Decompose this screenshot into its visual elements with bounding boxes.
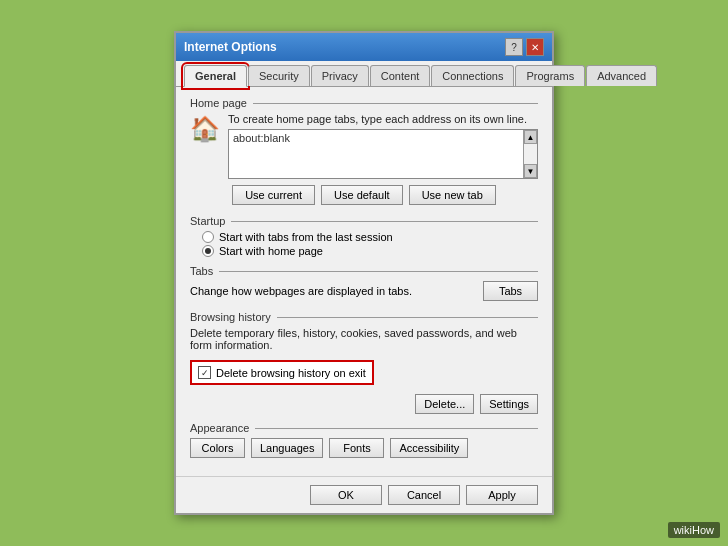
home-page-input[interactable]: about:blank ▲ ▼ (228, 129, 538, 179)
startup-section: Startup Start with tabs from the last se… (190, 215, 538, 257)
home-icon: 🏠 (190, 115, 220, 143)
appearance-section: Appearance Colors Languages Fonts Access… (190, 422, 538, 458)
title-bar: Internet Options ? ✕ (176, 33, 552, 61)
use-default-button[interactable]: Use default (321, 185, 403, 205)
accessibility-button[interactable]: Accessibility (390, 438, 468, 458)
startup-last-session-label: Start with tabs from the last session (219, 231, 393, 243)
tab-privacy[interactable]: Privacy (311, 65, 369, 86)
fonts-button[interactable]: Fonts (329, 438, 384, 458)
tabs-button[interactable]: Tabs (483, 281, 538, 301)
languages-button[interactable]: Languages (251, 438, 323, 458)
home-page-title: Home page (190, 97, 538, 109)
tab-content[interactable]: Content (370, 65, 431, 86)
home-page-buttons: Use current Use default Use new tab (190, 185, 538, 205)
tabs-section-title: Tabs (190, 265, 538, 277)
use-new-tab-button[interactable]: Use new tab (409, 185, 496, 205)
delete-history-checkbox-row[interactable]: ✓ Delete browsing history on exit (190, 360, 374, 385)
dialog-footer: OK Cancel Apply (176, 476, 552, 513)
browsing-history-title: Browsing history (190, 311, 538, 323)
settings-button[interactable]: Settings (480, 394, 538, 414)
startup-option-home-page[interactable]: Start with home page (202, 245, 538, 257)
tab-advanced[interactable]: Advanced (586, 65, 657, 86)
help-button[interactable]: ? (505, 38, 523, 56)
cancel-button[interactable]: Cancel (388, 485, 460, 505)
radio-last-session[interactable] (202, 231, 214, 243)
wikihow-badge: wikiHow (668, 522, 720, 538)
dialog-body: Home page 🏠 To create home page tabs, ty… (176, 87, 552, 476)
tab-connections[interactable]: Connections (431, 65, 514, 86)
home-scrollbar: ▲ ▼ (523, 130, 537, 178)
tab-security[interactable]: Security (248, 65, 310, 86)
home-page-value: about:blank (233, 132, 533, 144)
delete-history-checkbox[interactable]: ✓ (198, 366, 211, 379)
use-current-button[interactable]: Use current (232, 185, 315, 205)
tabs-section-content: Change how webpages are displayed in tab… (190, 281, 538, 301)
title-bar-buttons: ? ✕ (505, 38, 544, 56)
scroll-down: ▼ (524, 164, 537, 178)
delete-button[interactable]: Delete... (415, 394, 474, 414)
tabs-section: Tabs Change how webpages are displayed i… (190, 265, 538, 301)
browsing-history-section: Browsing history Delete temporary files,… (190, 311, 538, 414)
tabs-row: General Security Privacy Content Connect… (176, 61, 552, 87)
close-button[interactable]: ✕ (526, 38, 544, 56)
internet-options-dialog: Internet Options ? ✕ General Security Pr… (174, 31, 554, 515)
home-page-right: To create home page tabs, type each addr… (228, 113, 538, 179)
radio-home-page[interactable] (202, 245, 214, 257)
delete-history-label: Delete browsing history on exit (216, 367, 366, 379)
ok-button[interactable]: OK (310, 485, 382, 505)
appearance-buttons: Colors Languages Fonts Accessibility (190, 438, 538, 458)
apply-button[interactable]: Apply (466, 485, 538, 505)
startup-title: Startup (190, 215, 538, 227)
appearance-title: Appearance (190, 422, 538, 434)
tabs-description: Change how webpages are displayed in tab… (190, 285, 412, 297)
tab-general[interactable]: General (184, 65, 247, 87)
colors-button[interactable]: Colors (190, 438, 245, 458)
browsing-history-buttons: Delete... Settings (190, 394, 538, 414)
home-page-section: Home page 🏠 To create home page tabs, ty… (190, 97, 538, 205)
dialog-title: Internet Options (184, 40, 277, 54)
browsing-history-description: Delete temporary files, history, cookies… (190, 327, 538, 351)
startup-home-page-label: Start with home page (219, 245, 323, 257)
home-page-description: To create home page tabs, type each addr… (228, 113, 538, 125)
home-page-content: 🏠 To create home page tabs, type each ad… (190, 113, 538, 179)
tab-programs[interactable]: Programs (515, 65, 585, 86)
scroll-up: ▲ (524, 130, 537, 144)
startup-option-last-session[interactable]: Start with tabs from the last session (202, 231, 538, 243)
